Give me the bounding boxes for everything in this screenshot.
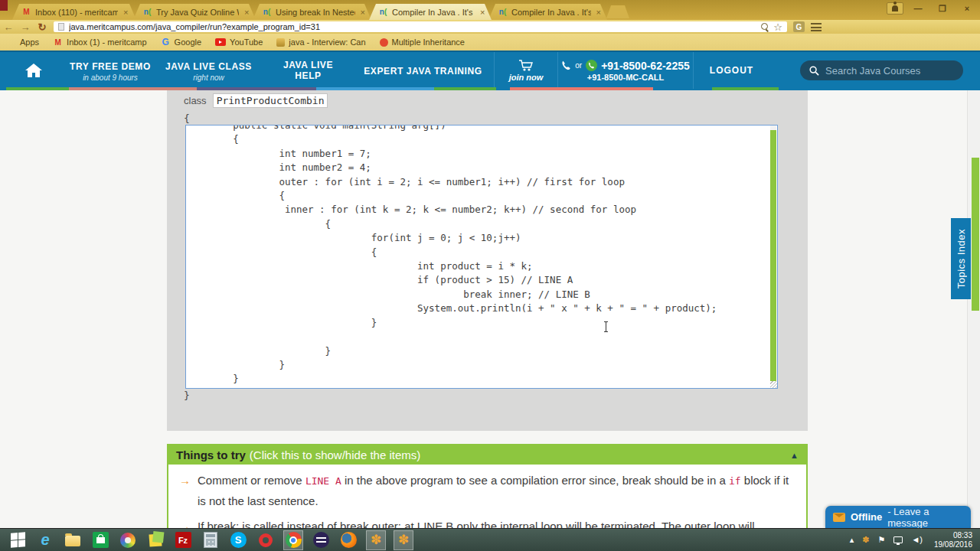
tab-java-quiz[interactable]: n( Try Java Quiz Online With × <box>133 4 256 20</box>
start-button[interactable] <box>8 530 28 550</box>
picasa-flower-icon: ✽ <box>371 533 381 546</box>
class-keyword: class <box>184 95 207 106</box>
site-navigation: TRY FREE DEMO in about 9 hours JAVA LIVE… <box>0 51 980 90</box>
bookmark-multiple-inheritance[interactable]: Multiple Inheritance <box>380 37 465 47</box>
filezilla-icon: Fz <box>175 532 191 548</box>
tab-gmail[interactable]: M Inbox (110) - meritcampu × <box>12 4 136 20</box>
taskbar-picasa-1[interactable]: ✽ <box>366 530 386 550</box>
tab-close-icon[interactable]: × <box>123 8 128 17</box>
minimize-button[interactable]: — <box>908 2 928 15</box>
taskbar-skype[interactable]: S <box>228 530 248 550</box>
things-to-try-header[interactable]: Things to try (Click this to show/hide t… <box>168 445 806 465</box>
tab-close-icon[interactable]: × <box>244 8 249 17</box>
bookmark-star-icon[interactable]: ☆ <box>773 22 782 32</box>
bookmark-java-interview[interactable]: java - Interview: Can <box>276 37 365 47</box>
chat-offline-button[interactable]: Offline - Leave a message <box>825 506 971 528</box>
nav-item-try-free-demo[interactable]: TRY FREE DEMO in about 9 hours <box>67 60 153 82</box>
show-hidden-icons[interactable]: ▴ <box>850 536 854 544</box>
page-icon <box>58 23 64 31</box>
tab-close-icon[interactable]: × <box>480 8 485 17</box>
editor-scrollbar-thumb[interactable] <box>770 130 776 381</box>
things-to-try-subtitle: (Click this to show/hide the items) <box>250 448 420 461</box>
taskbar-firefox[interactable] <box>338 530 358 550</box>
taskbar-sticky-notes[interactable] <box>145 530 165 550</box>
opera-icon <box>259 533 273 547</box>
person-icon <box>892 5 898 11</box>
phone-contact[interactable]: or +91-8500-62-2255 +91-8500-MC-CALL <box>557 52 693 89</box>
home-button[interactable] <box>0 52 67 89</box>
picasa-tray-icon[interactable]: ✽ <box>862 536 869 544</box>
browser-tab-strip: M Inbox (110) - meritcampu × n( Try Java… <box>0 0 980 20</box>
zoom-search-icon[interactable] <box>761 23 769 31</box>
bookmark-apps[interactable]: Apps <box>6 37 39 47</box>
class-name-input[interactable] <box>213 93 328 108</box>
gmail-icon: M <box>21 7 31 17</box>
url-bar[interactable]: ☆ <box>54 21 787 32</box>
network-icon[interactable] <box>893 536 903 543</box>
profile-button[interactable] <box>887 2 903 15</box>
join-now-button[interactable]: join now <box>494 52 557 89</box>
taskbar-internet-explorer[interactable]: e <box>35 530 55 550</box>
bookmark-inbox[interactable]: M Inbox (1) - meritcamp <box>53 37 147 47</box>
folder-icon <box>65 536 80 546</box>
taskbar-windows-store[interactable] <box>90 530 110 550</box>
nav-item-expert-java-training[interactable]: EXPERT JAVA TRAINING <box>352 64 494 77</box>
taskbar-paint[interactable] <box>118 530 138 550</box>
java-bookmark-icon <box>276 38 285 47</box>
menu-icon[interactable] <box>811 23 822 31</box>
taskbar-clock[interactable]: 08:33 19/08/2016 <box>934 531 972 549</box>
calculator-icon <box>204 532 217 548</box>
forward-icon[interactable]: → <box>17 22 34 32</box>
tab-using-break[interactable]: n( Using break In Nested Lo × <box>253 4 371 20</box>
compiler-card: class { public static void main(String a… <box>167 90 808 431</box>
tab-compiler-2[interactable]: n( Compiler In Java . It's You × <box>488 4 607 20</box>
page-scrollbar-thumb[interactable] <box>972 158 979 311</box>
home-icon <box>24 63 43 78</box>
meritcampus-icon: n( <box>378 7 388 17</box>
apps-grid-icon <box>6 37 16 47</box>
meritcampus-icon: n( <box>142 7 152 17</box>
taskbar-filezilla[interactable]: Fz <box>173 530 193 550</box>
editor-scrollbar[interactable] <box>770 126 776 388</box>
whatsapp-icon <box>586 60 597 71</box>
google-icon: G <box>161 37 171 47</box>
topics-index-tab[interactable]: Topics Index <box>951 218 971 299</box>
course-search-box[interactable] <box>800 60 963 80</box>
tab-close-icon[interactable]: × <box>361 8 365 17</box>
bookmark-youtube[interactable]: YouTube <box>215 37 263 47</box>
tab-compiler-active[interactable]: n( Compiler In Java . It's You × <box>369 4 492 20</box>
nav-item-java-live-help[interactable]: JAVA LIVE HELP <box>264 60 352 81</box>
reload-icon[interactable]: ↻ <box>34 22 51 32</box>
code-editor[interactable]: public static void main(String arg[]) { … <box>185 125 778 389</box>
restore-button[interactable]: ❐ <box>933 2 952 15</box>
code-text[interactable]: public static void main(String arg[]) { … <box>186 125 777 386</box>
taskbar-chrome-active[interactable] <box>283 530 303 550</box>
tab-title: Inbox (110) - meritcampu <box>35 8 118 17</box>
taskbar-eclipse[interactable] <box>311 530 331 550</box>
url-input[interactable] <box>69 22 756 31</box>
volume-icon[interactable]: ◄) <box>911 536 923 544</box>
taskbar-picasa-2[interactable]: ✽ <box>394 530 413 550</box>
tab-close-icon[interactable]: × <box>596 8 601 17</box>
code-ref: LINE A <box>305 475 341 487</box>
logout-button[interactable]: LOGOUT <box>693 52 769 89</box>
collapse-arrow-icon[interactable]: ▲ <box>790 451 799 460</box>
site-icon <box>380 38 388 47</box>
extension-badge[interactable]: G <box>793 21 805 32</box>
taskbar-calculator[interactable] <box>201 530 220 550</box>
taskbar-file-explorer[interactable] <box>63 530 83 550</box>
sticky-notes-icon <box>149 533 162 546</box>
resize-grip-icon[interactable] <box>770 381 777 388</box>
search-input[interactable] <box>825 65 948 77</box>
page-content: class { public static void main(String a… <box>0 90 980 528</box>
back-icon[interactable]: ← <box>0 22 17 32</box>
paint-icon <box>120 533 136 548</box>
store-icon <box>93 532 109 548</box>
bookmark-google[interactable]: G Google <box>161 37 201 47</box>
action-center-flag-icon[interactable]: ⚑ <box>878 536 886 544</box>
taskbar-opera[interactable] <box>256 530 276 550</box>
close-window-button[interactable]: × <box>957 2 977 15</box>
page-scrollbar[interactable] <box>967 90 980 528</box>
new-tab-button[interactable] <box>606 5 629 18</box>
nav-item-java-live-class[interactable]: JAVA LIVE CLASS right now <box>153 60 264 82</box>
